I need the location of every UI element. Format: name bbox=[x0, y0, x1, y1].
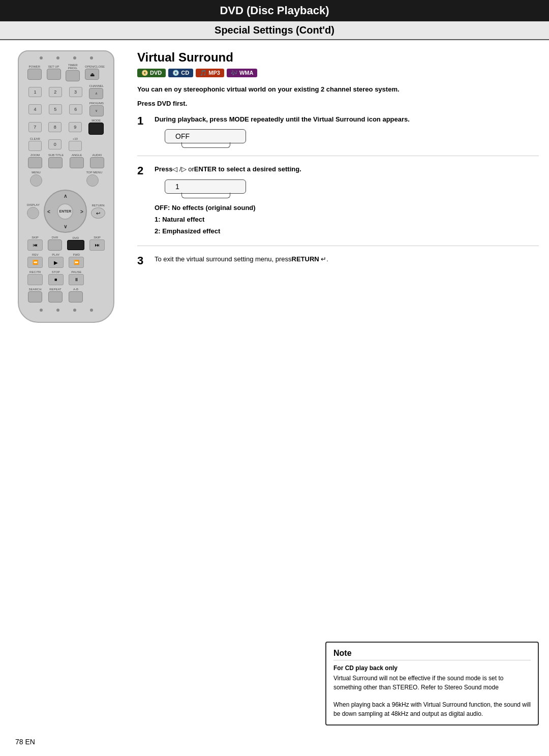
channel-down-button[interactable]: ∨ bbox=[89, 105, 104, 116]
zoom-button[interactable] bbox=[28, 157, 42, 168]
nav-down-arrow[interactable]: ∨ bbox=[64, 224, 67, 229]
btn-9[interactable]: 9 bbox=[69, 122, 82, 132]
step-1-instruction-rest: repeatedly until the Virtual Surround ic… bbox=[251, 115, 380, 123]
timer-button[interactable] bbox=[66, 70, 80, 81]
nav-left-arrow[interactable]: < bbox=[47, 208, 50, 214]
press-dvd-strong: Press DVD first. bbox=[137, 100, 187, 107]
step-3-instruction: To exit the virtual surround setting men… bbox=[155, 254, 539, 264]
effects-list: OFF: No effects (original sound) 1: Natu… bbox=[155, 202, 539, 237]
btn-8[interactable]: 8 bbox=[48, 122, 62, 132]
plus10-button[interactable] bbox=[69, 141, 82, 151]
rec-label: REC/TR bbox=[27, 270, 43, 274]
subtitle-button[interactable] bbox=[48, 157, 63, 168]
btn-5[interactable]: 5 bbox=[49, 104, 62, 114]
step-1: 1 During playback, press MODE repeatedly… bbox=[137, 114, 539, 157]
header-dvd-title: DVD (Disc Playback) bbox=[0, 0, 549, 21]
timer-label: TIMERPROG. bbox=[66, 64, 80, 70]
btn-7[interactable]: 7 bbox=[28, 122, 42, 132]
display-button[interactable] bbox=[27, 207, 39, 219]
dvr-button[interactable] bbox=[48, 239, 62, 251]
fwd-button[interactable]: ⏩ bbox=[69, 257, 84, 268]
play-button[interactable]: ▶ bbox=[48, 257, 64, 268]
btn-6[interactable]: 6 bbox=[69, 104, 82, 114]
channel-up-button[interactable]: ∧ bbox=[89, 88, 103, 99]
btn-1[interactable]: 1 bbox=[28, 87, 42, 97]
section-title: Virtual Surround bbox=[137, 50, 539, 65]
open-button[interactable]: ⏏ bbox=[85, 69, 99, 80]
step-1-mode: MODE bbox=[229, 115, 249, 123]
btn-0[interactable]: 0 bbox=[48, 139, 62, 149]
display-label: DISPLAY bbox=[27, 203, 40, 206]
step-1-instruction-text: During playback, press bbox=[155, 115, 227, 123]
btn-4[interactable]: 4 bbox=[28, 104, 42, 114]
audio-button[interactable] bbox=[90, 157, 104, 168]
header-special-title: Special Settings (Cont'd) bbox=[0, 21, 549, 40]
step-1-display: OFF bbox=[165, 129, 246, 143]
search-label: SEARCH bbox=[28, 288, 42, 291]
right-content: Virtual Surround 📀 DVD 💿 CD 🎵 MP3 🎶 WMA … bbox=[137, 50, 539, 323]
power-label: POWER bbox=[27, 65, 42, 68]
search-button[interactable] bbox=[28, 291, 42, 303]
nav-up-arrow[interactable]: ∧ bbox=[64, 193, 67, 199]
subtitle-label: SUB TITLE bbox=[48, 154, 64, 157]
nav-right-arrow[interactable]: > bbox=[80, 208, 83, 214]
channel-label: CHANNEL bbox=[89, 84, 104, 87]
btn-2[interactable]: 2 bbox=[49, 87, 62, 97]
step-3: 3 To exit the virtual surround setting m… bbox=[137, 254, 539, 278]
badge-dvd: 📀 DVD bbox=[137, 69, 166, 77]
enter-button[interactable]: ENTER bbox=[57, 203, 73, 220]
nav-pad[interactable]: ∧ ∨ < > ENTER bbox=[44, 190, 87, 233]
step-2-content: Press◁ /▷ orENTER to select a desired se… bbox=[155, 164, 539, 237]
angle-label: ANGLE bbox=[70, 154, 84, 157]
repeat-label: REPEAT bbox=[48, 288, 63, 291]
power-button[interactable] bbox=[27, 69, 42, 80]
steps-container: 1 During playback, press MODE repeatedly… bbox=[137, 114, 539, 278]
topmenu-label: TOP MENU bbox=[86, 171, 102, 174]
note-body-2: When playing back a 96kHz with Virtual S… bbox=[333, 700, 531, 718]
step-2: 2 Press◁ /▷ orENTER to select a desired … bbox=[137, 164, 539, 246]
angle-button[interactable] bbox=[70, 157, 84, 168]
return-label: RETURN bbox=[91, 204, 105, 207]
page-number: 78 EN bbox=[15, 738, 35, 746]
remote-control: POWER SET UP TIMERPROG. OPEN/CLOSE ⏏ bbox=[10, 50, 122, 323]
note-body-1: Virtual Surround will not be effective i… bbox=[333, 674, 531, 692]
return-button[interactable]: ↩ bbox=[91, 207, 105, 219]
step-1-content: During playback, press MODE repeatedly u… bbox=[155, 114, 539, 148]
step-2-num: 2 bbox=[137, 164, 148, 177]
menu-button[interactable] bbox=[30, 174, 42, 187]
stop-button[interactable]: ■ bbox=[48, 274, 64, 285]
skip-back-label: SKIP bbox=[27, 236, 43, 239]
repeat-button[interactable] bbox=[48, 291, 63, 303]
step-1-appears: appears. bbox=[382, 115, 409, 123]
badge-mp3: 🎵 MP3 bbox=[196, 69, 224, 77]
clear-button[interactable] bbox=[28, 141, 42, 151]
ab-label: A-B bbox=[69, 288, 83, 291]
step-2-display-value: 1 bbox=[175, 183, 179, 191]
prog-label: PROG/MS bbox=[89, 102, 104, 105]
skip-fwd-label: SKIP bbox=[89, 236, 105, 239]
mode-button[interactable] bbox=[88, 123, 104, 135]
fwd-label: FWD bbox=[69, 253, 84, 256]
clear-label: CLEAR bbox=[28, 137, 42, 140]
dvd-select-button[interactable] bbox=[67, 240, 84, 250]
pause-label: PAUSE bbox=[69, 270, 84, 274]
open-label: OPEN/CLOSE bbox=[85, 65, 105, 68]
btn-3[interactable]: 3 bbox=[69, 87, 82, 97]
badge-wma: 🎶 WMA bbox=[227, 69, 258, 77]
setup-button[interactable] bbox=[47, 69, 61, 80]
setup-label: SET UP bbox=[47, 65, 61, 68]
skip-back-button[interactable]: ⏮ bbox=[27, 239, 43, 251]
skip-fwd-button[interactable]: ⏭ bbox=[89, 239, 105, 251]
step-2-enter: ENTER bbox=[194, 165, 217, 173]
step-3-num: 3 bbox=[137, 254, 148, 267]
rec-button[interactable] bbox=[27, 274, 43, 285]
stop-label: STOP bbox=[48, 270, 64, 274]
ab-button[interactable] bbox=[69, 291, 83, 303]
rev-button[interactable]: ⏪ bbox=[27, 257, 43, 268]
note-subtitle: For CD play back only bbox=[333, 664, 531, 672]
effect-1: 1: Natural effect bbox=[155, 214, 539, 225]
plus10-label: +10 bbox=[69, 137, 82, 140]
remote-bottom-dots bbox=[25, 309, 107, 312]
topmenu-button[interactable] bbox=[86, 174, 99, 187]
pause-button[interactable]: ⏸ bbox=[69, 274, 84, 285]
